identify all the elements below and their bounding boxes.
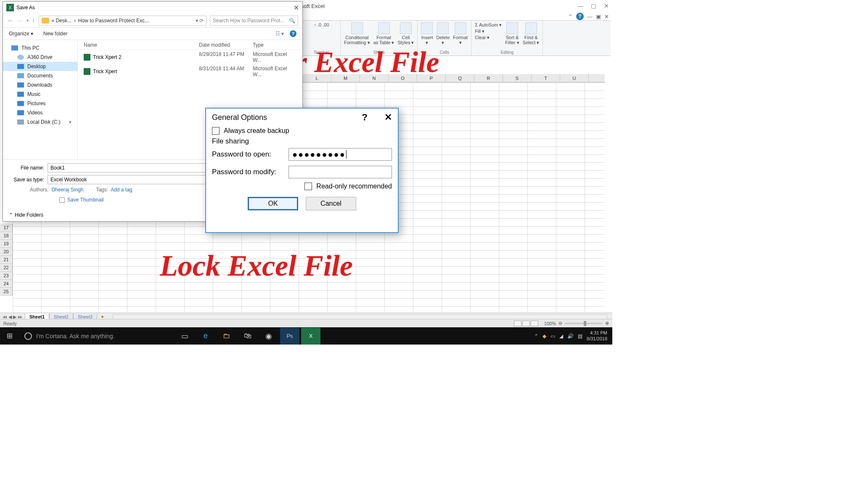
breadcrumb-seg-2[interactable]: How to Password Protect Exc... [78, 18, 149, 24]
column-header[interactable]: Q [446, 74, 474, 82]
view-normal-icon[interactable] [514, 321, 521, 326]
help-icon[interactable]: ? [576, 13, 584, 20]
find-select-button[interactable]: Find & Select ▾ [523, 22, 540, 45]
ribbon-collapse-icon[interactable]: ⌃ [568, 13, 573, 20]
column-header[interactable]: T [532, 74, 560, 82]
column-header[interactable]: U [560, 74, 589, 82]
file-row[interactable]: Trick Xpert 8/31/2018 11:44 AM Microsoft… [78, 64, 302, 79]
row-headers[interactable]: 171819202122232425 [0, 224, 13, 296]
save-thumbnail-checkbox[interactable] [59, 197, 65, 203]
nav-videos[interactable]: Videos [3, 108, 77, 117]
format-as-table-button[interactable]: Format as Table ▾ [373, 22, 394, 45]
minimize-icon[interactable]: — [577, 3, 583, 9]
password-open-input[interactable]: ●●●●●●●●● [288, 148, 392, 161]
sort-filter-button[interactable]: Sort & Filter ▾ [505, 22, 519, 45]
folder-search-input[interactable]: Search How to Password Prot... 🔍 [210, 16, 298, 26]
readonly-checkbox[interactable] [304, 183, 312, 190]
format-cells-button[interactable]: Format ▾ [453, 22, 468, 45]
row-header[interactable]: 25 [0, 288, 13, 296]
zoom-out-icon[interactable]: ⊖ [558, 321, 562, 326]
chrome-icon[interactable]: ◉ [259, 328, 278, 345]
nav-documents[interactable]: Documents [3, 71, 77, 80]
column-header[interactable]: O [389, 74, 417, 82]
breadcrumb-seg-1[interactable]: « Desk... [52, 18, 71, 24]
window-min-icon[interactable]: — [587, 13, 593, 20]
row-header[interactable]: 24 [0, 280, 13, 288]
row-header[interactable]: 17 [0, 224, 13, 232]
authors-link[interactable]: Dheeraj Singh [51, 187, 83, 193]
maximize-icon[interactable]: ▢ [591, 3, 596, 9]
store-icon[interactable]: 🛍 [238, 328, 257, 345]
nav-recent-icon[interactable]: ▾ [26, 18, 29, 23]
cortana-search[interactable]: I'm Cortana. Ask me anything. [19, 327, 171, 345]
column-header[interactable]: N [360, 74, 389, 82]
tray-action-center-icon[interactable]: ▤ [578, 333, 582, 339]
insert-cells-button[interactable]: Insert ▾ [421, 22, 433, 45]
add-tag-link[interactable]: Add a tag [111, 187, 132, 193]
file-row[interactable]: Trick Xpert 2 8/29/2018 11:47 PM Microso… [78, 50, 302, 64]
column-headers[interactable]: LMNOPQRSTU [303, 74, 605, 82]
column-header[interactable]: M [331, 74, 360, 82]
organize-button[interactable]: Organize ▾ [9, 31, 33, 37]
row-header[interactable]: 23 [0, 272, 13, 280]
nav-desktop[interactable]: Desktop [3, 62, 77, 71]
help-icon[interactable]: ? [290, 30, 296, 37]
col-name[interactable]: Name [84, 42, 199, 48]
delete-cells-button[interactable]: Delete ▾ [436, 22, 450, 45]
tray-chevron-icon[interactable]: ⌃ [534, 333, 538, 339]
hide-folders-button[interactable]: ⌃Hide Folders [9, 212, 43, 218]
zoom-in-icon[interactable]: ⊕ [605, 321, 609, 326]
row-header[interactable]: 18 [0, 232, 13, 240]
new-folder-button[interactable]: New folder [43, 31, 67, 37]
saveas-close-icon[interactable]: ✕ [294, 4, 299, 12]
task-view-icon[interactable]: ▭ [175, 328, 194, 345]
nav-pictures[interactable]: Pictures [3, 99, 77, 108]
conditional-formatting-button[interactable]: Conditional Formatting ▾ [344, 22, 370, 45]
nav-local-disk[interactable]: Local Disk (C:)▾ [3, 117, 77, 127]
cell-styles-button[interactable]: Cell Styles ▾ [397, 22, 414, 45]
column-header[interactable]: P [417, 74, 446, 82]
always-backup-checkbox[interactable] [212, 127, 220, 135]
ok-button[interactable]: OK [248, 197, 298, 210]
clear-button[interactable]: Clear ▾ [475, 35, 502, 40]
nav-this-pc[interactable]: This PC [3, 43, 77, 53]
row-header[interactable]: 21 [0, 256, 13, 264]
nav-downloads[interactable]: Downloads [3, 80, 77, 90]
view-mode-icon[interactable]: ☷ ▾ [275, 31, 284, 37]
explorer-icon[interactable]: 🗀 [217, 328, 236, 345]
tray-battery-icon[interactable]: ▭ [550, 333, 555, 339]
window-restore-icon[interactable]: ▣ [596, 13, 601, 20]
view-layout-icon[interactable] [522, 321, 530, 326]
nav-up-icon[interactable]: ↑ [32, 17, 35, 24]
edge-icon[interactable]: e [196, 328, 215, 345]
col-type[interactable]: Type [253, 42, 302, 48]
column-header[interactable]: L [303, 74, 331, 82]
nav-forward-icon[interactable]: → [17, 17, 23, 24]
window-close-icon[interactable]: ✕ [604, 13, 609, 20]
start-button[interactable]: ⊞ [0, 327, 19, 345]
row-header[interactable]: 20 [0, 248, 13, 256]
zoom-slider[interactable] [565, 323, 603, 324]
view-pagebreak-icon[interactable] [531, 321, 538, 326]
cancel-button[interactable]: Cancel [306, 197, 356, 210]
row-header[interactable]: 19 [0, 240, 13, 248]
excel-taskbar-icon[interactable]: X [301, 328, 320, 345]
autosum-button[interactable]: Σ AutoSum ▾ [475, 22, 502, 28]
col-date[interactable]: Date modified [199, 42, 253, 48]
nav-a360[interactable]: A360 Drive [3, 53, 77, 62]
genopts-help-icon[interactable]: ? [362, 112, 368, 123]
tray-wifi-icon[interactable]: ◢ [559, 333, 563, 339]
nav-tree[interactable]: This PC A360 Drive Desktop Documents Dow… [3, 40, 78, 159]
system-clock[interactable]: 4:31 PM 8/31/2018 [587, 330, 607, 341]
row-header[interactable]: 22 [0, 264, 13, 272]
tray-volume-icon[interactable]: 🔊 [567, 333, 574, 339]
column-header[interactable]: R [474, 74, 503, 82]
close-icon[interactable]: ✕ [604, 3, 609, 9]
tray-defender-icon[interactable]: ◆ [542, 333, 546, 339]
column-header[interactable]: S [503, 74, 532, 82]
fill-button[interactable]: Fill ▾ [475, 29, 502, 34]
password-modify-input[interactable] [288, 166, 392, 178]
breadcrumb[interactable]: « Desk...› How to Password Protect Exc..… [39, 16, 207, 26]
nav-music[interactable]: Music [3, 90, 77, 99]
photoshop-icon[interactable]: Ps [280, 328, 299, 345]
